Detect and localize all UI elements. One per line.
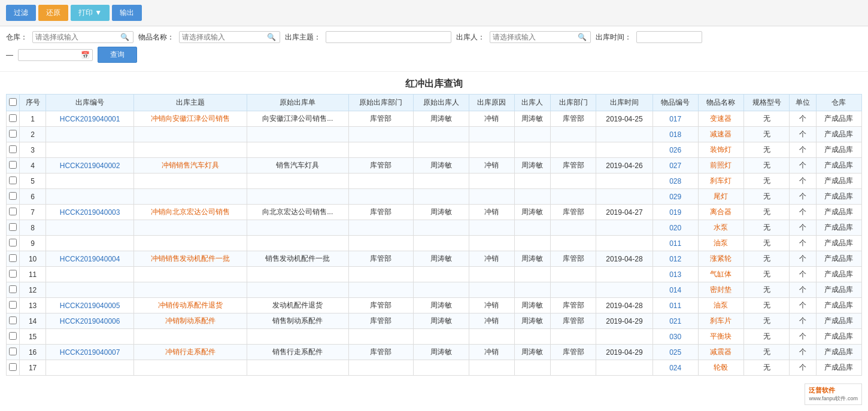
cell-time: 2019-04-25 — [596, 111, 652, 127]
cell-spec: 无 — [744, 267, 790, 282]
cell-orig-dept: 库管部 — [348, 345, 413, 360]
cell-original-order — [247, 142, 348, 158]
row-checkbox[interactable] — [9, 316, 17, 324]
calendar-icon[interactable]: 📅 — [81, 51, 90, 59]
cell-unit: 个 — [790, 158, 816, 173]
cell-spec: 无 — [744, 142, 790, 158]
row-checkbox[interactable] — [9, 208, 17, 215]
cell-order-no — [46, 267, 134, 282]
cell-theme[interactable]: 冲销传动系配件退货 — [134, 298, 247, 313]
cell-person: 周涛敏 — [514, 205, 550, 220]
cell-time: 2019-04-29 — [596, 313, 652, 329]
out-time-from-input[interactable] — [639, 33, 699, 41]
cell-order-no[interactable]: HCCK2019040001 — [46, 111, 134, 127]
cell-order-no[interactable]: HCCK2019040002 — [46, 158, 134, 173]
row-checkbox[interactable] — [9, 114, 17, 122]
restore-button[interactable]: 还原 — [38, 5, 68, 21]
cell-order-no[interactable]: HCCK2019040003 — [46, 205, 134, 220]
row-checkbox[interactable] — [9, 332, 17, 340]
cell-order-no[interactable]: HCCK2019040005 — [46, 298, 134, 313]
theme-link[interactable]: 冲销传动系配件退货 — [158, 301, 223, 309]
row-checkbox[interactable] — [9, 145, 17, 153]
warehouse-input[interactable] — [35, 33, 119, 41]
cell-item-code: 012 — [652, 251, 698, 267]
cell-order-no — [46, 142, 134, 158]
order-link[interactable]: HCCK2019040005 — [60, 302, 120, 310]
order-link[interactable]: HCCK2019040006 — [60, 317, 120, 325]
out-person-search-icon[interactable]: 🔍 — [576, 33, 588, 41]
goods-input[interactable] — [182, 33, 266, 41]
header-warehouse: 仓库 — [816, 95, 861, 111]
cell-time — [596, 189, 652, 205]
table-row: 7 HCCK2019040003 冲销向北京宏达公司销售 向北京宏达公司销售..… — [7, 205, 862, 220]
cell-theme[interactable]: 冲销制动系配件 — [134, 313, 247, 329]
cell-orig-dept — [348, 173, 413, 189]
print-button[interactable]: 打印 ▼ — [71, 5, 110, 21]
select-all-checkbox[interactable] — [9, 98, 17, 106]
cell-item-name: 油泵 — [698, 236, 743, 251]
order-link[interactable]: HCCK2019040003 — [60, 208, 120, 217]
row-checkbox[interactable] — [9, 239, 17, 246]
cell-seq: 12 — [20, 282, 46, 298]
warehouse-search-icon[interactable]: 🔍 — [119, 33, 130, 41]
cell-spec: 无 — [744, 345, 790, 360]
order-link[interactable]: HCCK2019040002 — [60, 162, 120, 170]
row-checkbox[interactable] — [9, 285, 17, 293]
cell-order-no[interactable]: HCCK2019040004 — [46, 251, 134, 267]
cell-orig-person: 周涛敏 — [414, 158, 469, 173]
order-link[interactable]: HCCK2019040001 — [60, 115, 120, 123]
theme-link[interactable]: 冲销销售汽车灯具 — [162, 161, 219, 169]
order-link[interactable]: HCCK2019040007 — [60, 348, 120, 357]
cell-theme[interactable]: 冲销向安徽江津公司销售 — [134, 111, 247, 127]
out-person-input[interactable] — [493, 33, 576, 41]
row-checkbox[interactable] — [9, 161, 17, 169]
table-row: 3 026 装饰灯 无 个 产成品库 — [7, 142, 862, 158]
cell-warehouse: 产成品库 — [816, 345, 861, 360]
cell-item-name: 减震器 — [698, 345, 743, 360]
warehouse-label: 仓库： — [6, 32, 28, 42]
cell-theme[interactable]: 冲销行走系配件 — [134, 345, 247, 360]
theme-link[interactable]: 冲销向安徽江津公司销售 — [151, 114, 230, 123]
row-checkbox[interactable] — [9, 254, 17, 262]
export-button[interactable]: 输出 — [112, 5, 142, 21]
row-checkbox[interactable] — [9, 348, 17, 355]
row-checkbox[interactable] — [9, 192, 17, 200]
header-theme: 出库主题 — [134, 95, 247, 111]
cell-person: 周涛敏 — [514, 313, 550, 329]
order-link[interactable]: HCCK2019040004 — [60, 255, 120, 263]
cell-item-code: 029 — [652, 189, 698, 205]
cell-order-no[interactable]: HCCK2019040006 — [46, 313, 134, 329]
out-person-input-wrap: 🔍 — [490, 31, 591, 43]
theme-link[interactable]: 冲销行走系配件 — [165, 348, 216, 356]
theme-link[interactable]: 冲销销售发动机配件一批 — [151, 254, 230, 263]
cell-item-code: 024 — [652, 360, 698, 376]
header-person: 出库人 — [514, 95, 550, 111]
cell-orig-dept: 库管部 — [348, 298, 413, 313]
cell-orig-dept — [348, 142, 413, 158]
row-checkbox[interactable] — [9, 301, 17, 309]
row-checkbox[interactable] — [9, 270, 17, 278]
cell-theme — [134, 267, 247, 282]
out-theme-input[interactable] — [329, 33, 448, 41]
cell-theme[interactable]: 冲销销售汽车灯具 — [134, 158, 247, 173]
theme-link[interactable]: 冲销向北京宏达公司销售 — [151, 208, 230, 216]
row-checkbox[interactable] — [9, 363, 17, 371]
cell-person — [514, 142, 550, 158]
table-row: 14 HCCK2019040006 冲销制动系配件 销售制动系配件 库管部 周涛… — [7, 313, 862, 329]
out-time-to-input[interactable] — [21, 51, 81, 59]
row-checkbox[interactable] — [9, 223, 17, 231]
theme-link[interactable]: 冲销制动系配件 — [165, 316, 216, 325]
cell-theme — [134, 220, 247, 236]
filter-button[interactable]: 过滤 — [6, 5, 36, 21]
row-checkbox[interactable] — [9, 130, 17, 138]
cell-order-no — [46, 329, 134, 345]
row-checkbox[interactable] — [9, 176, 17, 184]
query-button[interactable]: 查询 — [98, 47, 137, 63]
goods-search-icon[interactable]: 🔍 — [266, 33, 277, 41]
cell-order-no[interactable]: HCCK2019040007 — [46, 345, 134, 360]
cell-person: 周涛敏 — [514, 345, 550, 360]
cell-original-order: 向安徽江津公司销售... — [247, 111, 348, 127]
cell-theme[interactable]: 冲销销售发动机配件一批 — [134, 251, 247, 267]
table-row: 13 HCCK2019040005 冲销传动系配件退货 发动机配件退货 库管部 … — [7, 298, 862, 313]
cell-theme[interactable]: 冲销向北京宏达公司销售 — [134, 205, 247, 220]
